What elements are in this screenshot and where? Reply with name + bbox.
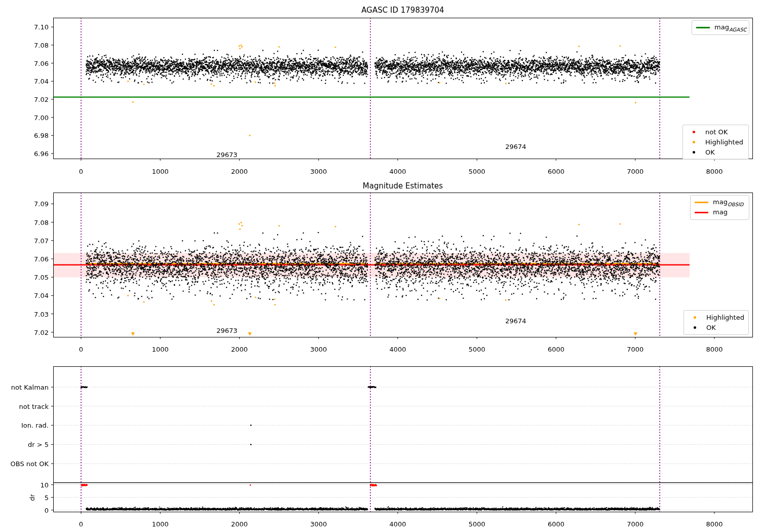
x-tick-label: 0 — [79, 520, 83, 528]
flag-row-label: dr > 5 — [28, 441, 49, 448]
x-tick-label: 5000 — [469, 168, 485, 175]
obsid-annotation: 29673 — [216, 150, 237, 158]
y-tick-label: 7.04 — [34, 292, 49, 299]
legend-item: OK — [687, 148, 744, 157]
legend-label-main: mag — [714, 23, 729, 31]
x-tick-label: 3000 — [310, 168, 327, 175]
legend-dot-swatch — [688, 316, 702, 319]
legend-dot — [693, 151, 695, 154]
y-tick-label: 7.08 — [34, 218, 49, 226]
x-tick-label: 1000 — [152, 346, 169, 353]
legend-dot — [693, 131, 695, 133]
x-tick-label: 5000 — [469, 520, 485, 528]
legend-label: not OK — [705, 128, 728, 136]
legend-item: Highlighted — [688, 313, 744, 322]
legend-dot-swatch — [687, 151, 701, 154]
y-tick-label: 6.98 — [34, 132, 49, 139]
legend-label-sub: OBSID — [728, 201, 744, 207]
y-tick-label: 7.06 — [34, 255, 49, 262]
legend-label: mag — [713, 208, 728, 217]
flag-row-label: OBS not OK — [11, 460, 49, 468]
figure: AGASC ID 179839704Magnitude Estimates010… — [0, 0, 760, 532]
y-tick-label: 7.04 — [34, 78, 49, 85]
x-tick-label: 2000 — [231, 520, 248, 528]
flag-row-label: not track — [19, 402, 49, 410]
dr-tick-label: 5 — [45, 493, 49, 501]
x-tick-label: 4000 — [389, 168, 406, 175]
legend-label: magAGASC — [714, 23, 746, 32]
legend-quality-mid-plot: HighlightedOK — [683, 310, 749, 335]
y-tick-label: 7.02 — [34, 328, 49, 336]
dr-tick-label: 10 — [40, 481, 49, 488]
x-tick-label: 1000 — [152, 168, 169, 175]
y-tick-label: 7.05 — [34, 274, 49, 281]
x-tick-label: 0 — [79, 168, 83, 175]
legend-item: magAGASC — [696, 23, 745, 32]
legend-dot — [694, 316, 696, 319]
legend-label: Highlighted — [706, 314, 744, 321]
x-tick-label: 4000 — [389, 520, 406, 528]
legend-label: magOBSID — [713, 198, 743, 207]
x-tick-label: 0 — [79, 346, 83, 353]
legend-label: OK — [705, 148, 715, 156]
obsid-annotation: 29673 — [216, 327, 237, 334]
flag-row-label: not Kalman — [11, 384, 49, 391]
legend-item: not OK — [687, 128, 744, 136]
obsid-annotation: 29674 — [505, 317, 526, 324]
y-tick-label: 7.07 — [34, 237, 49, 244]
x-tick-label: 8000 — [706, 520, 723, 528]
x-tick-label: 7000 — [627, 520, 643, 528]
legend-item: magOBSID — [695, 198, 745, 207]
dr-axis-label: dr — [28, 494, 36, 501]
x-tick-label: 2000 — [231, 168, 248, 175]
legend-dot-swatch — [687, 141, 701, 143]
legend-label: Highlighted — [705, 138, 743, 146]
x-tick-label: 5000 — [469, 346, 485, 353]
legend-line-swatch — [696, 27, 710, 28]
x-tick-label: 1000 — [152, 520, 169, 528]
legend-line-swatch — [695, 212, 708, 213]
legend-item: mag — [695, 208, 745, 217]
legend-mag-lines: magOBSIDmag — [690, 195, 749, 220]
legend-label-main: mag — [713, 198, 728, 206]
plot2-title: Magnitude Estimates — [363, 181, 443, 191]
legend-dot — [694, 326, 696, 329]
x-tick-label: 6000 — [548, 346, 564, 353]
y-tick-label: 6.96 — [34, 150, 49, 158]
legend-label: OK — [706, 324, 716, 331]
y-tick-label: 7.00 — [34, 113, 49, 121]
legend-item: Highlighted — [687, 138, 744, 146]
y-tick-label: 7.02 — [34, 95, 49, 103]
legend-dot-swatch — [687, 131, 701, 133]
flag-row-label: Ion. rad. — [21, 422, 49, 429]
legend-label-main: mag — [713, 208, 728, 216]
x-tick-label: 6000 — [548, 168, 564, 175]
legend-mag-agasc: magAGASC — [692, 20, 749, 35]
plot1-title: AGASC ID 179839704 — [361, 6, 444, 15]
x-tick-label: 2000 — [231, 346, 248, 353]
legend-dot-swatch — [688, 326, 702, 329]
x-tick-label: 4000 — [389, 346, 406, 353]
y-tick-label: 7.09 — [34, 200, 49, 208]
legend-line-swatch — [695, 202, 708, 203]
y-tick-label: 7.10 — [34, 23, 49, 31]
x-tick-label: 3000 — [310, 346, 327, 353]
legend-dot — [693, 141, 695, 143]
x-tick-label: 6000 — [548, 520, 564, 528]
x-tick-label: 3000 — [310, 520, 327, 528]
y-tick-label: 7.03 — [34, 310, 49, 318]
x-tick-label: 7000 — [627, 168, 643, 175]
legend-item: OK — [688, 323, 744, 332]
legend-label-sub: AGASC — [729, 26, 747, 32]
x-tick-label: 8000 — [706, 346, 723, 353]
y-tick-label: 7.08 — [34, 41, 49, 49]
text-overlay: AGASC ID 179839704Magnitude Estimates010… — [0, 0, 760, 532]
obsid-annotation: 29674 — [505, 142, 526, 150]
dr-tick-label: 0 — [45, 506, 49, 514]
legend-quality-top-plot: not OKHighlightedOK — [682, 125, 749, 160]
x-tick-label: 7000 — [627, 346, 643, 353]
y-tick-label: 7.06 — [34, 59, 49, 67]
x-tick-label: 8000 — [706, 168, 723, 175]
